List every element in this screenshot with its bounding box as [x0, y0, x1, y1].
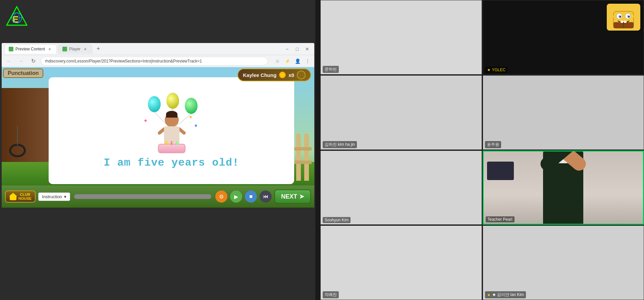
play-button[interactable]: ▶ — [230, 190, 242, 203]
swing-rope — [17, 125, 18, 145]
stop-button[interactable]: ■ — [245, 190, 257, 203]
tab-close-preview[interactable]: ✕ — [47, 46, 52, 52]
svg-point-15 — [620, 16, 621, 17]
empty-video-soohyun — [321, 151, 482, 225]
participant-cell-yglec: ★ YGLEC — [483, 0, 644, 75]
browser-section: E Preview Content ✕ Player ✕ + — [0, 0, 315, 300]
empty-video-kimhajin — [321, 76, 482, 149]
participant-label-kimhajin: 김하진 kim ha jin — [323, 141, 357, 148]
participant-cell-soohyun: Soohyun Kim — [320, 151, 482, 225]
next-button[interactable]: NEXT ➤ — [274, 189, 311, 204]
address-text: rhdiscovery.com/Lesson/Player/201?Previe… — [45, 59, 202, 63]
next-label: NEXT — [281, 193, 297, 200]
participant-label-iankim: ★ ★ 김이얀 Ian Kim — [485, 291, 526, 298]
instruction-box[interactable]: Instruction ▾ — [38, 192, 70, 201]
teacher-video-feed — [484, 152, 643, 224]
player-name: Kaylee Chung — [243, 72, 276, 78]
profile-icon[interactable]: 👤 — [293, 57, 302, 65]
lesson-sentence: I am five years old! — [104, 157, 239, 169]
rewind-button[interactable]: ⏮ — [260, 190, 272, 203]
participant-label-yunjuwon: 윤주원 — [485, 141, 501, 148]
participant-label-munhabin: 문하빈 — [323, 66, 339, 73]
tab-close-player[interactable]: ✕ — [83, 46, 88, 52]
game-toolbar: CLUB HOUSE Instruction ▾ ⚙ ▶ ■ ⏮ — [2, 185, 314, 208]
player-coins: x0 — [288, 72, 294, 78]
new-tab-button[interactable]: + — [94, 44, 103, 54]
empty-video-bg — [321, 0, 482, 74]
back-button[interactable]: ← — [4, 56, 14, 66]
menu-icon[interactable]: ⋮ — [304, 57, 312, 65]
star-icon: ★ — [487, 68, 491, 72]
bookmark-icon[interactable]: ☆ — [273, 57, 281, 65]
extension-icon[interactable]: ⚡ — [283, 57, 291, 65]
empty-video-iankim — [483, 226, 644, 300]
svg-rect-18 — [624, 21, 627, 23]
progress-bar — [74, 194, 211, 199]
address-bar[interactable]: rhdiscovery.com/Lesson/Player/201?Previe… — [41, 57, 268, 66]
empty-video-jayejin — [321, 226, 482, 300]
close-window-button[interactable]: ✕ — [303, 45, 312, 53]
character-head — [165, 113, 179, 127]
participant-cell-yunjuwon: 윤주원 — [483, 75, 644, 150]
clubhouse-button[interactable]: CLUB HOUSE — [5, 190, 36, 203]
player-avatar — [297, 71, 306, 79]
birthday-cake — [158, 144, 185, 153]
participant-cell-munhabin: 문하빈 — [320, 0, 482, 75]
tab-icon-preview — [9, 47, 13, 51]
svg-line-20 — [634, 13, 638, 16]
star-icon-iankim: ★ — [487, 293, 491, 297]
forward-button[interactable]: → — [16, 56, 26, 66]
participant-cell-kimhajin: 김하진 kim ha jin — [320, 75, 482, 150]
participant-label-jayejin: 자예진 — [323, 291, 339, 298]
participant-label-yglec: ★ YGLEC — [485, 67, 508, 73]
instruction-label: Instruction — [42, 194, 62, 199]
clubhouse-line2: HOUSE — [18, 197, 32, 201]
tab-player[interactable]: Player ✕ — [58, 44, 92, 54]
participant-cell-teacher-pearl: Teacher Pearl — [483, 151, 644, 225]
window-controls: − □ ✕ — [283, 45, 312, 53]
browser-window: Preview Content ✕ Player ✕ + − □ ✕ ← → ↻… — [2, 43, 314, 208]
chrome-tab-bar: Preview Content ✕ Player ✕ + − □ ✕ — [2, 43, 314, 55]
participant-cell-iankim: ★ ★ 김이얀 Ian Kim — [483, 225, 644, 300]
game-title-text: Punctuation — [8, 70, 39, 76]
svg-point-16 — [628, 16, 630, 17]
teacher-person — [533, 151, 593, 224]
clubhouse-line1: CLUB — [18, 192, 32, 197]
player-badge: Kaylee Chung x0 — [237, 69, 311, 81]
maximize-button[interactable]: □ — [293, 45, 302, 53]
next-arrow-icon: ➤ — [299, 193, 304, 200]
video-grid: 문하빈 — [320, 0, 644, 300]
minimize-button[interactable]: − — [283, 45, 291, 53]
empty-video-yunjuwon — [483, 76, 644, 149]
address-bar-row: ← → ↻ rhdiscovery.com/Lesson/Player/201?… — [2, 55, 314, 67]
svg-line-19 — [609, 13, 613, 16]
tire-swing — [9, 144, 26, 157]
game-content-area: I am five years old! Punctuation Kaylee … — [2, 67, 314, 208]
clubhouse-label: CLUB HOUSE — [18, 192, 32, 201]
svg-rect-17 — [621, 21, 623, 23]
tab-preview-label: Preview Content — [15, 47, 45, 51]
address-icons: ☆ ⚡ 👤 ⋮ — [273, 57, 312, 65]
spongebob-thumbnail — [607, 4, 640, 31]
participant-label-teacher-pearl: Teacher Pearl — [486, 216, 515, 222]
tab-player-label: Player — [69, 47, 80, 51]
house-icon — [9, 193, 17, 200]
balloon-group — [138, 93, 205, 153]
coin-icon — [279, 72, 286, 78]
instruction-dropdown-icon: ▾ — [64, 194, 66, 199]
participant-label-soohyun: Soohyun Kim — [323, 217, 351, 223]
settings-media-button[interactable]: ⚙ — [215, 190, 227, 203]
tab-icon-player — [62, 47, 67, 51]
logo-area: E — [3, 3, 30, 30]
content-card: I am five years old! — [49, 77, 294, 184]
reload-button[interactable]: ↻ — [29, 56, 38, 66]
game-title-bar: Punctuation — [3, 69, 43, 78]
tab-preview-content[interactable]: Preview Content ✕ — [4, 44, 57, 54]
participant-cell-jayejin: 자예진 — [320, 225, 482, 300]
background-monitor — [487, 162, 514, 180]
video-conference-section: 문하빈 — [320, 0, 644, 300]
